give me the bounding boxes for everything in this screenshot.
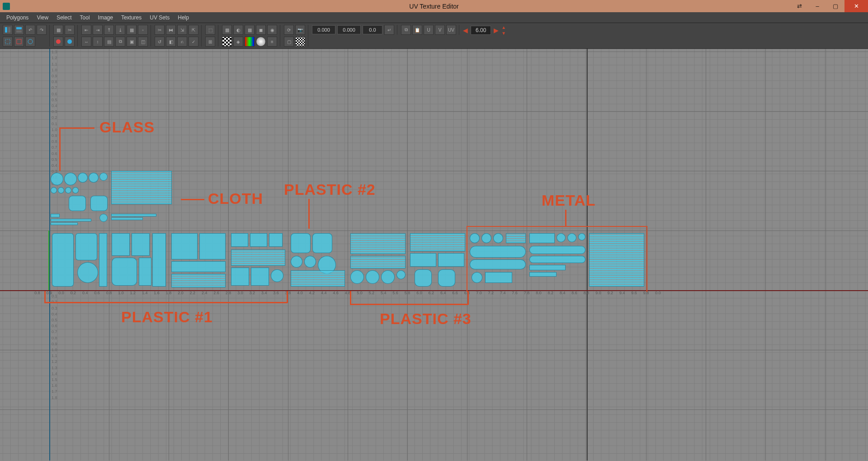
paste-icon[interactable]: 📋 — [412, 25, 422, 35]
ruler-h-tick: 5.2 — [369, 291, 375, 295]
ruler-v-tick: 0.1 — [52, 122, 57, 126]
split-icon[interactable]: ⇲ — [177, 25, 187, 35]
rotate-cw-icon[interactable]: ↷ — [37, 25, 47, 35]
move-sew-icon[interactable]: ✂ — [65, 25, 75, 35]
ruler-v-tick: 1.7 — [52, 389, 57, 394]
annotation-glass-line-v — [59, 127, 61, 171]
grid-snap-icon[interactable]: ▦ — [127, 25, 137, 35]
merge-icon[interactable]: ⇱ — [189, 25, 198, 35]
ruler-h-tick: 3.4 — [261, 291, 267, 295]
best-plane-icon[interactable]: ◧ — [166, 37, 176, 47]
snap-together-icon[interactable]: ⧉ — [115, 37, 125, 47]
distortion-icon[interactable]: ◉ — [267, 25, 277, 35]
sew-icon[interactable]: ⧓ — [166, 25, 176, 35]
cycle-icon[interactable]: ↺ — [155, 37, 165, 47]
checker-icon[interactable] — [222, 37, 232, 47]
annotation-plastic1-label: Plastic #1 — [121, 308, 213, 326]
unfold-icon[interactable]: ⎌ — [177, 37, 187, 47]
menu-tool[interactable]: Tool — [76, 13, 94, 22]
align-min-v-icon[interactable]: ⤒ — [104, 25, 114, 35]
spinner-up-icon[interactable]: ▲ — [501, 25, 506, 30]
annotation-metal-label: Metal — [542, 192, 596, 209]
filtered-icon[interactable]: ◈ — [233, 37, 243, 47]
apply-transform-icon[interactable]: ↵ — [384, 25, 394, 35]
dimmer-icon[interactable]: ◐ — [233, 25, 243, 35]
align-min-u-icon[interactable]: ⇤ — [81, 25, 91, 35]
pixel-snap-icon[interactable]: ▫ — [138, 25, 148, 35]
relax-icon[interactable] — [65, 37, 75, 47]
annotation-plastic3-line-l — [350, 291, 351, 305]
optimize-icon[interactable]: ✓ — [189, 37, 198, 47]
ruler-v-tick: 0.9 — [52, 74, 57, 78]
refresh-icon[interactable]: ⟳ — [284, 25, 294, 35]
menu-view[interactable]: View — [33, 13, 52, 22]
align-max-v-icon[interactable]: ⤓ — [115, 25, 125, 35]
checker-density-icon[interactable] — [295, 37, 305, 47]
uv-viewport[interactable]: 0.80.90.00.20.40.60.81.01.21.41.61.82.02… — [0, 49, 868, 461]
ruler-h-tick: 2.8 — [226, 291, 231, 295]
window-controls: ⇄ – ▢ ✕ — [790, 0, 868, 12]
rotate-value-input[interactable] — [363, 25, 382, 34]
select-shell-icon[interactable] — [3, 37, 13, 47]
tool-group-lattice: ▦ ✂ — [53, 25, 78, 47]
recent-button[interactable]: ⇄ — [790, 0, 808, 12]
menu-uvsets[interactable]: UV Sets — [146, 13, 173, 22]
ruler-v-tick: 0.8 — [52, 336, 57, 340]
layout-icon[interactable]: ▤ — [104, 37, 114, 47]
paste-u-icon[interactable]: U — [424, 25, 434, 35]
spinner-right-icon[interactable]: ▶ — [494, 27, 499, 34]
shaded-icon[interactable]: ◼ — [256, 25, 266, 35]
ruler-v-tick: 1.0 — [52, 68, 57, 72]
annotation-plastic2-line — [308, 199, 310, 229]
bake-icon[interactable]: ≡ — [267, 37, 277, 47]
cut-icon[interactable]: ✂ — [155, 25, 165, 35]
unitize-icon[interactable]: ◫ — [138, 37, 148, 47]
wire-icon[interactable]: ▦ — [245, 25, 255, 35]
align-max-u-icon[interactable]: ⇥ — [93, 25, 103, 35]
ruler-h-tick: 6.2 — [429, 291, 434, 295]
isolate-icon[interactable]: ⬚ — [205, 25, 215, 35]
flip-v-icon[interactable] — [14, 25, 24, 35]
spread-u-icon[interactable]: ↔ — [81, 37, 91, 47]
menu-polygons[interactable]: Polygons — [3, 13, 32, 22]
minimize-button[interactable]: – — [808, 0, 826, 12]
menu-textures[interactable]: Textures — [118, 13, 145, 22]
menu-select[interactable]: Select — [53, 13, 75, 22]
menu-help[interactable]: Help — [174, 13, 193, 22]
spinner-value[interactable]: 6.00 — [471, 26, 491, 35]
alpha-icon[interactable] — [256, 37, 266, 47]
spread-v-icon[interactable]: ↕ — [93, 37, 103, 47]
spinner-down-icon[interactable]: ▼ — [501, 31, 506, 36]
lattice-icon[interactable]: ▦ — [53, 25, 63, 35]
tool-group-edit: ⟳ 📷 ▢ — [284, 25, 308, 47]
texture-border-icon[interactable]: ▢ — [284, 37, 294, 47]
rgb-icon[interactable] — [245, 37, 255, 47]
paste-v-icon[interactable]: V — [435, 25, 445, 35]
ruler-h-tick: 0.4 — [82, 291, 88, 295]
u-value-input[interactable] — [312, 25, 335, 34]
select-connected-icon[interactable] — [25, 37, 35, 47]
tool-group-flip: ↶ ↷ — [3, 25, 50, 47]
ruler-v-tick: 0.4 — [52, 103, 57, 108]
copy-icon[interactable]: ⧉ — [401, 25, 411, 35]
rotate-ccw-icon[interactable]: ↶ — [25, 25, 35, 35]
normalize-icon[interactable]: ▣ — [127, 37, 137, 47]
paste-uv-icon[interactable]: UV — [446, 25, 456, 35]
ruler-h-tick: 5.6 — [392, 291, 398, 295]
smooth-icon[interactable] — [53, 37, 63, 47]
menu-image[interactable]: Image — [94, 13, 117, 22]
maximize-button[interactable]: ▢ — [826, 0, 844, 12]
annotation-metal-line — [565, 210, 566, 226]
ruler-h-tick: 6.0 — [416, 291, 422, 295]
spinner-left-icon[interactable]: ◀ — [463, 27, 468, 34]
flip-u-icon[interactable] — [3, 25, 13, 35]
snapshot-icon[interactable]: 📷 — [295, 25, 305, 35]
annotation-plastic3-line-r — [467, 291, 469, 305]
select-border-icon[interactable] — [14, 37, 24, 47]
annotation-glass-line-h — [59, 127, 94, 129]
v-value-input[interactable] — [337, 25, 361, 34]
image-toggle-icon[interactable]: ▩ — [222, 25, 232, 35]
isolate-add-icon[interactable]: ⊞ — [205, 37, 215, 47]
ruler-v-tick: 1.3 — [52, 50, 57, 54]
close-button[interactable]: ✕ — [844, 0, 868, 12]
